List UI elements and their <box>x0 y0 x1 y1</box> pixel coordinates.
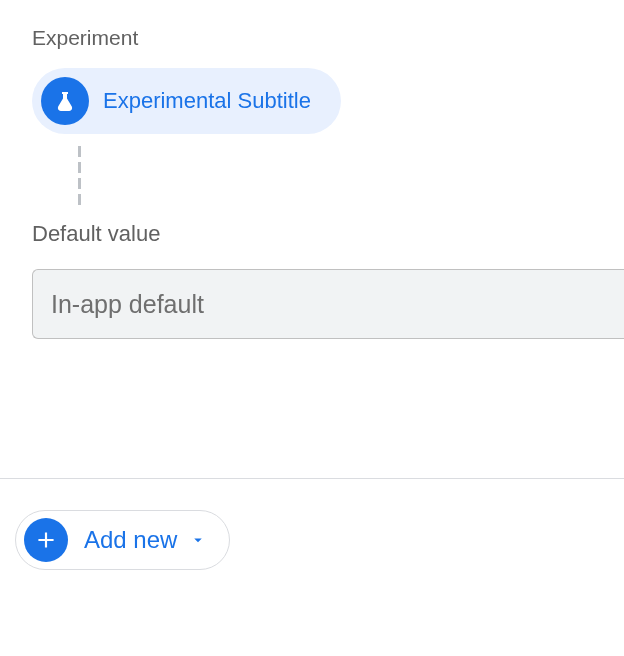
add-new-label: Add new <box>84 526 177 554</box>
experiment-section-label: Experiment <box>32 26 624 50</box>
connector-line <box>78 146 624 205</box>
flask-icon <box>41 77 89 125</box>
default-value-input[interactable] <box>32 269 624 339</box>
experiment-chip-label: Experimental Subtitle <box>103 88 311 114</box>
section-divider <box>0 478 624 479</box>
plus-icon <box>24 518 68 562</box>
default-value-section-label: Default value <box>32 221 624 247</box>
add-new-button[interactable]: Add new <box>15 510 230 570</box>
default-value-field-wrap <box>32 269 624 339</box>
chevron-down-icon <box>189 531 207 549</box>
experiment-chip[interactable]: Experimental Subtitle <box>32 68 341 134</box>
